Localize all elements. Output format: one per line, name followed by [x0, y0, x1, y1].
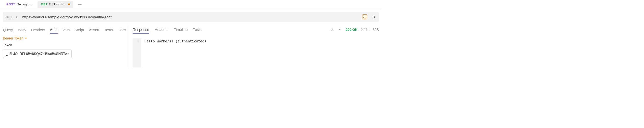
tab-vars[interactable]: Vars [62, 26, 70, 33]
main-panels: Query Body Headers Auth Vars Script Asse… [0, 25, 382, 68]
arrow-right-icon [371, 14, 376, 19]
request-panel: Query Body Headers Auth Vars Script Asse… [3, 25, 129, 68]
tab-response-tests[interactable]: Tests [193, 26, 202, 34]
tab-label: Get logto... [16, 2, 32, 6]
auth-type-select[interactable]: Bearer Token ▼ [3, 36, 126, 40]
tab-method: GET [41, 2, 48, 6]
plus-icon [78, 3, 82, 6]
status-code: 200 OK [346, 28, 358, 32]
download-response-button[interactable] [338, 28, 342, 32]
tab-response[interactable]: Response [132, 26, 149, 34]
add-tab-button[interactable] [77, 1, 83, 8]
response-time: 2.11s [361, 28, 369, 32]
url-input[interactable] [22, 15, 362, 19]
chevron-down-icon: ▼ [25, 37, 27, 40]
tabs-bar: POST Get logto... GET GET work... [0, 0, 382, 9]
url-actions [362, 14, 376, 20]
response-size: 30B [373, 28, 379, 32]
request-sub-tabs: Query Body Headers Auth Vars Script Asse… [3, 25, 126, 34]
unsaved-indicator-icon [68, 4, 70, 5]
send-request-button[interactable] [371, 14, 376, 20]
chevron-down-icon: ▼ [16, 16, 18, 18]
tab-headers[interactable]: Headers [31, 26, 45, 33]
tab-query[interactable]: Query [3, 26, 13, 33]
tab-timeline[interactable]: Timeline [174, 26, 188, 34]
tab-get-workers[interactable]: GET GET work... [38, 1, 73, 8]
tab-assert[interactable]: Assert [89, 26, 100, 33]
tab-tests[interactable]: Tests [104, 26, 113, 33]
eraser-icon [330, 28, 334, 32]
tab-body[interactable]: Body [18, 26, 26, 33]
response-meta: 200 OK 2.11s 30B [330, 28, 379, 32]
response-text[interactable]: Hello Workers! (authenticated) [142, 38, 209, 68]
tab-label: GET work... [49, 2, 66, 6]
tab-script[interactable]: Script [74, 26, 84, 33]
response-panel: Response Headers Timeline Tests 200 OK 2… [129, 25, 379, 68]
tab-response-headers[interactable]: Headers [155, 26, 168, 34]
response-sub-tabs: Response Headers Timeline Tests [132, 26, 202, 34]
download-icon [338, 28, 342, 32]
line-number: 1 [132, 39, 139, 43]
tab-post-logto[interactable]: POST Get logto... [3, 1, 36, 8]
response-header: Response Headers Timeline Tests 200 OK 2… [132, 25, 379, 34]
tab-method: POST [6, 2, 15, 6]
clear-response-button[interactable] [330, 28, 334, 32]
auth-type-label: Bearer Token [3, 36, 23, 40]
http-method-select[interactable]: GET ▼ [6, 15, 22, 19]
tab-auth[interactable]: Auth [50, 26, 58, 34]
url-bar: GET ▼ [3, 12, 379, 22]
line-gutter: 1 [132, 38, 142, 68]
token-input[interactable] [3, 50, 72, 58]
save-icon[interactable] [362, 14, 367, 19]
response-body: 1 Hello Workers! (authenticated) [132, 38, 379, 68]
tab-docs[interactable]: Docs [118, 26, 126, 33]
token-label: Token [3, 43, 126, 47]
method-value: GET [6, 15, 13, 19]
